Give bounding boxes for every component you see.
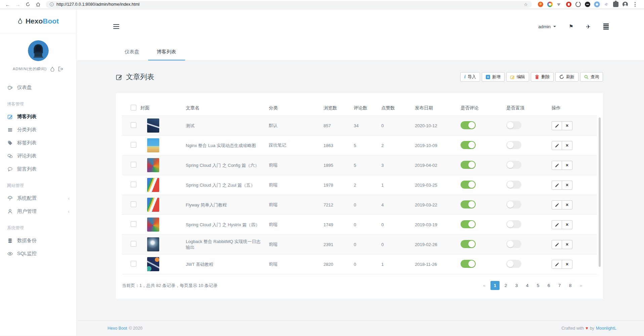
sidebar-item-label: 仪表盘 <box>17 84 32 91</box>
sidebar-item-user-management[interactable]: 用户管理 <box>0 205 76 218</box>
row-delete-button[interactable] <box>562 121 572 130</box>
comment-enabled-toggle[interactable] <box>461 220 476 228</box>
delete-button[interactable]: 删除 <box>531 72 554 82</box>
footer-brand-link[interactable]: Hexo Boot <box>108 326 127 331</box>
sidebar-item-message-list[interactable]: 留言列表 <box>0 162 76 176</box>
row-checkbox[interactable] <box>131 221 136 227</box>
row-edit-button[interactable] <box>552 220 562 229</box>
extension-icon[interactable] <box>538 2 543 7</box>
comment-enabled-toggle[interactable] <box>461 200 476 208</box>
page-number[interactable]: 3 <box>512 281 521 290</box>
add-button[interactable]: 新增 <box>482 72 505 82</box>
comment-enabled-toggle[interactable] <box>461 161 476 169</box>
page-number[interactable]: 8 <box>566 281 575 290</box>
pinned-toggle[interactable] <box>506 141 521 149</box>
sidebar-item-category-list[interactable]: 分类列表 <box>0 123 76 136</box>
row-checkbox[interactable] <box>131 162 136 167</box>
sync-extension-icon[interactable] <box>575 2 581 7</box>
address-bar[interactable]: http://127.0.0.1:8080/admin/home/index.h… <box>46 1 532 8</box>
row-checkbox[interactable] <box>131 201 136 207</box>
extension-icon[interactable] <box>594 2 600 7</box>
sidebar-item-data-backup[interactable]: 数据备份 <box>0 234 76 247</box>
plane-icon[interactable] <box>586 23 591 30</box>
extension-icon[interactable] <box>604 2 609 7</box>
comment-enabled-toggle[interactable] <box>461 260 476 268</box>
extension-icon[interactable] <box>557 2 562 7</box>
bookmark-star-icon[interactable] <box>524 2 528 7</box>
extension-icon[interactable] <box>547 2 553 7</box>
sidebar-item-blog-list[interactable]: 博客列表 <box>0 110 76 123</box>
page-number[interactable]: 6 <box>544 281 553 290</box>
table-scrollbar[interactable] <box>599 117 601 267</box>
row-checkbox[interactable] <box>131 241 136 247</box>
pinned-toggle[interactable] <box>506 121 521 129</box>
comment-enabled-toggle[interactable] <box>461 121 476 129</box>
page-number[interactable]: 7 <box>555 281 564 290</box>
tab-dashboard[interactable]: 仪表盘 <box>116 44 148 60</box>
row-checkbox[interactable] <box>131 182 136 187</box>
url-text[interactable]: http://127.0.0.1:8080/admin/home/index.h… <box>56 2 139 7</box>
browser-forward-icon[interactable] <box>13 1 22 8</box>
row-edit-button[interactable] <box>552 161 562 170</box>
page-number[interactable]: 4 <box>523 281 532 290</box>
row-delete-button[interactable] <box>562 240 572 249</box>
comment-enabled-toggle[interactable] <box>461 141 476 149</box>
browser-home-icon[interactable] <box>34 1 42 8</box>
browser-profile-icon[interactable] <box>622 2 628 7</box>
sidebar-item-system-config[interactable]: 系统配置 <box>0 192 76 205</box>
theme-drop-icon[interactable] <box>50 66 54 71</box>
pinned-toggle[interactable] <box>506 240 521 248</box>
import-button[interactable]: 导入 <box>460 72 480 82</box>
row-checkbox[interactable] <box>131 261 136 267</box>
row-edit-button[interactable] <box>552 141 562 150</box>
row-edit-button[interactable] <box>552 121 562 130</box>
row-edit-button[interactable] <box>552 200 562 209</box>
logout-icon[interactable] <box>58 66 63 71</box>
row-edit-button[interactable] <box>552 181 562 190</box>
footer-author-link[interactable]: MoonlightL <box>596 326 616 331</box>
password-extension-icon[interactable] <box>585 2 590 7</box>
pinned-toggle[interactable] <box>506 260 521 268</box>
refresh-button[interactable]: 刷新 <box>555 72 578 82</box>
page-number[interactable]: 1 <box>490 281 500 290</box>
comment-enabled-toggle[interactable] <box>461 181 476 189</box>
sidebar-item-tag-list[interactable]: 标签列表 <box>0 136 76 149</box>
row-delete-button[interactable] <box>562 161 572 170</box>
browser-refresh-icon[interactable] <box>24 1 32 8</box>
row-delete-button[interactable] <box>562 220 572 229</box>
pinned-toggle[interactable] <box>506 200 521 208</box>
browser-menu-icon[interactable] <box>632 1 638 8</box>
adblock-extension-icon[interactable] <box>566 2 571 7</box>
row-checkbox[interactable] <box>131 122 136 128</box>
pinned-toggle[interactable] <box>506 220 521 228</box>
tab-blog-list[interactable]: 博客列表 <box>148 44 185 60</box>
edit-button[interactable]: 编辑 <box>506 72 529 82</box>
page-prev[interactable]: « <box>480 281 489 290</box>
sidebar-toggle-icon[interactable] <box>113 24 119 29</box>
extensions-puzzle-icon[interactable] <box>613 2 618 7</box>
sidebar-item-dashboard[interactable]: 仪表盘 <box>0 81 76 94</box>
app-logo[interactable]: HexoBoot <box>0 9 76 34</box>
search-button[interactable]: 查询 <box>580 72 603 82</box>
page-next[interactable]: » <box>576 281 586 290</box>
sidebar-item-comment-list[interactable]: 评论列表 <box>0 149 76 162</box>
row-delete-button[interactable] <box>562 181 572 190</box>
user-dropdown[interactable]: admin <box>538 24 556 29</box>
log-list-icon[interactable] <box>603 23 609 30</box>
row-delete-button[interactable] <box>562 260 572 269</box>
row-delete-button[interactable] <box>562 141 572 150</box>
row-edit-button[interactable] <box>552 260 562 269</box>
site-info-icon[interactable] <box>50 2 54 6</box>
row-checkbox[interactable] <box>131 142 136 148</box>
pinned-toggle[interactable] <box>506 181 521 189</box>
page-number[interactable]: 2 <box>501 281 510 290</box>
select-all-checkbox[interactable] <box>131 105 136 110</box>
row-delete-button[interactable] <box>562 200 572 209</box>
sidebar-item-sql-monitor[interactable]: SQL监控 <box>0 247 76 260</box>
page-number[interactable]: 5 <box>533 281 543 290</box>
browser-back-icon[interactable] <box>3 1 12 8</box>
row-edit-button[interactable] <box>552 240 562 249</box>
pinned-toggle[interactable] <box>506 161 521 169</box>
comment-enabled-toggle[interactable] <box>461 240 476 248</box>
flag-icon[interactable] <box>569 23 573 30</box>
